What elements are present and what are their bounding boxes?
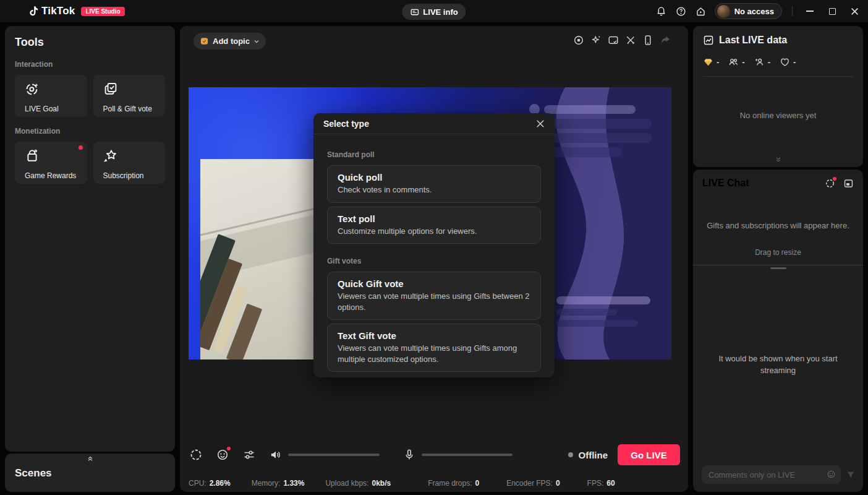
account-pill[interactable]: No access [715,3,782,19]
topic-icon [200,37,209,46]
interaction-section-label: Interaction [15,60,165,69]
help-icon[interactable] [671,2,691,20]
chat-popout-icon[interactable] [843,178,854,189]
filters-sliders-icon[interactable] [242,447,257,462]
speaker-volume-slider[interactable] [288,454,380,456]
option-desc: Viewers can vote multiple times using Gi… [338,291,530,312]
creator-home-icon[interactable] [691,2,711,20]
close-button[interactable] [843,2,866,20]
tool-label: Poll & Gift vote [103,105,166,113]
maximize-icon [829,8,836,15]
scenes-panel: Scenes [5,454,175,492]
live-chat-panel: LIVE Chat Gifts and subscriptions will a… [693,170,863,492]
battle-swords-icon[interactable] [625,35,636,46]
stat-upload: Upload kbps:0kb/s [325,479,391,488]
tool-poll-gift-vote[interactable]: Poll & Gift vote [93,75,166,117]
metric-likes: - [780,57,796,67]
option-text-gift-vote[interactable]: Text Gift vote Viewers can vote multiple… [327,324,541,372]
logo-text: TikTok [41,5,75,17]
chat-resize-divider[interactable] [693,265,863,265]
tool-label: Game Rewards [25,171,87,180]
filter-icon[interactable] [846,470,856,480]
option-desc: Viewers can vote multiple times using Gi… [338,343,530,364]
tiktok-note-icon [28,6,40,17]
option-title: Quick Gift vote [338,278,530,289]
scenes-title: Scenes [15,467,175,480]
add-topic-button[interactable]: Add topic [194,33,266,50]
settings-gear-icon[interactable] [189,447,203,462]
minimize-icon [806,11,814,12]
maximize-button[interactable] [821,2,843,20]
performance-stats: CPU:2.86% Memory:1.33% Upload kbps:0kb/s… [189,479,636,488]
option-title: Text poll [338,213,530,224]
live-chat-title: LIVE Chat [702,178,749,189]
title-bar: TikTok LIVE Studio LIVE info No access [0,0,868,22]
option-title: Text Gift vote [338,330,530,341]
microphone-volume-slider[interactable] [422,454,513,456]
emoji-icon[interactable] [827,470,836,479]
metric-viewers: - [728,57,744,67]
tools-title: Tools [15,36,165,49]
option-desc: Customize multiple options for viewers. [338,226,530,237]
go-live-button[interactable]: Go LIVE [618,444,680,465]
notification-dot [227,447,231,450]
drag-to-resize-text: Drag to resize [693,248,863,257]
panel-check-icon[interactable] [608,35,619,46]
diamonds-icon [703,57,713,67]
live-goal-icon [25,82,40,97]
option-quick-poll[interactable]: Quick poll Check votes in comments. [327,165,541,203]
option-desc: Check votes in comments. [338,184,530,196]
new-followers-icon [754,57,765,67]
record-icon[interactable] [573,35,584,46]
live-info-label: LIVE info [423,7,457,17]
speaker-icon[interactable] [268,447,283,462]
monetization-section-label: Monetization [15,127,165,136]
drag-handle[interactable] [770,267,786,269]
metric-new-followers: - [754,57,770,67]
tool-subscription[interactable]: Subscription [93,142,166,184]
tools-panel: Tools Interaction LIVE Goal Poll & Gift … [5,26,175,452]
likes-icon [780,57,790,67]
camera-feed [200,159,324,359]
card-icon [410,7,419,17]
microphone-icon[interactable] [402,447,417,462]
chat-settings-icon[interactable] [825,178,835,189]
offline-label: Offline [579,450,608,460]
scenes-collapse-button[interactable] [5,454,175,463]
stream-status: Offline [568,450,608,460]
live-studio-badge: LIVE Studio [81,7,124,16]
modal-title: Select type [323,119,369,129]
chevron-double-down-icon [775,156,782,163]
chart-icon [703,35,714,46]
tool-live-goal[interactable]: LIVE Goal [15,75,87,117]
live-info-button[interactable]: LIVE info [402,4,466,20]
notification-dot [833,177,836,181]
last-live-data-panel: Last LIVE data - - - - No online viewers… [693,26,863,167]
stat-frame-drops: Frame drops:0 [428,479,479,488]
last-live-title: Last LIVE data [719,35,787,46]
mobile-preview-icon[interactable] [642,35,653,46]
chevron-double-up-icon [87,455,94,462]
modal-close-button[interactable] [536,119,545,128]
minimize-button[interactable] [799,2,821,20]
no-viewers-text: No online viewers yet [703,111,853,120]
select-type-modal: Select type Standard poll Quick poll Che… [313,113,555,377]
effects-sparkle-icon[interactable] [590,35,602,46]
option-quick-gift-vote[interactable]: Quick Gift vote Viewers can vote multipl… [327,272,541,320]
preview-decoration [556,296,660,327]
tiktok-logo: TikTok LIVE Studio [28,5,125,17]
chevron-down-icon [253,38,260,45]
notifications-bell-icon[interactable] [652,2,671,20]
tool-game-rewards[interactable]: Game Rewards [15,142,87,184]
viewers-icon [728,57,739,67]
close-icon [536,119,545,128]
share-icon[interactable] [660,35,671,46]
titlebar-divider [792,6,793,16]
account-status: No access [734,7,774,16]
option-text-poll[interactable]: Text poll Customize multiple options for… [327,207,541,244]
enhance-face-icon[interactable] [215,447,230,462]
stat-memory: Memory:1.33% [252,479,305,488]
comment-input[interactable] [702,465,841,484]
tool-label: LIVE Goal [25,105,87,113]
panel-collapse-button[interactable] [775,155,782,166]
